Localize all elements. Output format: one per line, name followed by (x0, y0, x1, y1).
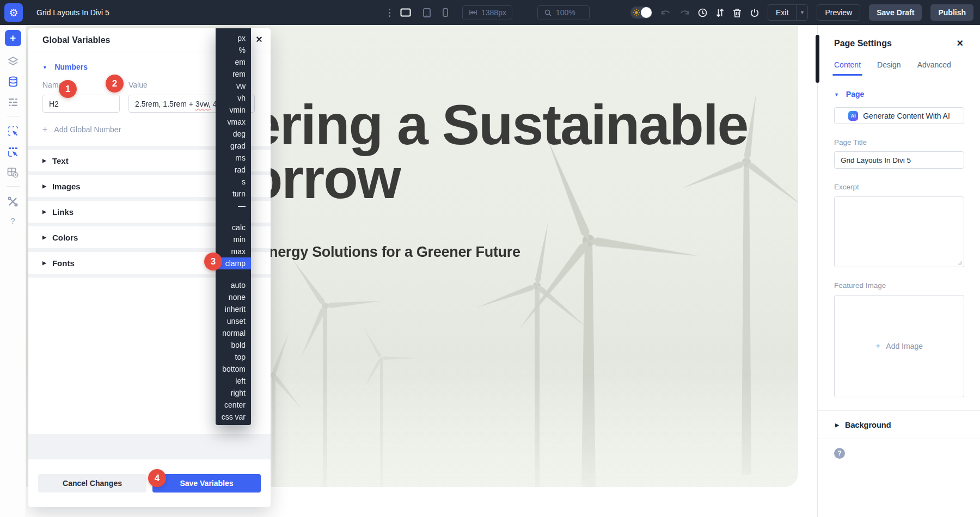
cancel-changes-button[interactable]: Cancel Changes (38, 474, 146, 493)
function-option[interactable]: max (216, 245, 251, 257)
help-icon[interactable]: ? (834, 448, 845, 459)
unit-option[interactable]: em (216, 56, 251, 68)
settings-tab[interactable]: Advanced (917, 60, 951, 76)
annotation-badge-4: 4 (148, 469, 166, 487)
keyword-option[interactable]: bottom (216, 363, 251, 375)
unit-option[interactable]: grad (216, 140, 251, 152)
keyword-option[interactable]: auto (216, 279, 251, 291)
help-icon[interactable]: ? (10, 216, 15, 225)
chevron-right-icon: ▶ (42, 209, 46, 214)
unit-option[interactable]: — (216, 200, 251, 212)
sidebar-divider (7, 186, 20, 187)
excerpt-textarea[interactable] (834, 196, 964, 267)
exit-button[interactable]: Exit (768, 4, 796, 21)
variable-name-input[interactable]: H2 (42, 95, 120, 113)
page-settings-title: Page Settings (834, 39, 892, 48)
zoom-icon (544, 9, 552, 16)
undo-icon[interactable] (661, 9, 671, 16)
unit-option[interactable]: px (216, 32, 251, 44)
interface-mode-toggle[interactable] (630, 7, 652, 19)
sidebar-divider (7, 116, 20, 116)
keyword-option[interactable]: inherit (216, 303, 251, 315)
page-section-toggle[interactable]: ▼ Page (818, 76, 980, 99)
sun-icon (633, 9, 640, 16)
resize-grip-icon[interactable] (958, 261, 961, 264)
generate-content-ai-button[interactable]: AI Generate Content With AI (834, 107, 964, 124)
preview-button[interactable]: Preview (817, 4, 860, 21)
tools-icon[interactable] (6, 195, 20, 207)
save-variables-button[interactable]: Save Variables (152, 474, 261, 493)
unit-option[interactable]: vw (216, 80, 251, 92)
tablet-view-icon[interactable] (423, 8, 431, 17)
keyword-option[interactable]: none (216, 291, 251, 303)
gear-icon: ⚙ (9, 7, 18, 19)
power-icon[interactable] (750, 8, 759, 17)
save-draft-button[interactable]: Save Draft (869, 4, 922, 21)
layers-icon[interactable] (6, 55, 20, 67)
panel-scrollbar-thumb[interactable] (816, 35, 819, 83)
plus-icon: + (10, 32, 16, 44)
more-options-icon[interactable] (389, 9, 390, 17)
keyword-option[interactable]: center (216, 399, 251, 411)
add-module-button[interactable]: + (5, 30, 21, 46)
zoom-level-input[interactable]: 100% (537, 5, 590, 20)
function-option[interactable]: min (216, 233, 251, 245)
annotation-badge-3: 3 (204, 253, 222, 270)
top-toolbar: ⚙ Grid Layouts In Divi 5 1388px (0, 0, 980, 25)
page-settings-panel: Page Settings ✕ ContentDesignAdvanced ▼ … (817, 25, 980, 517)
keyword-option[interactable]: unset (216, 315, 251, 327)
plus-icon: + (42, 125, 47, 134)
annotation-badge-1: 1 (59, 80, 77, 98)
desktop-view-icon[interactable] (400, 8, 411, 17)
redo-icon[interactable] (679, 9, 689, 16)
unit-option[interactable]: vh (216, 92, 251, 104)
ai-icon: AI (848, 111, 858, 121)
publish-button[interactable]: Publish (930, 4, 973, 21)
close-icon[interactable]: ✕ (957, 38, 964, 48)
canvas-width-input[interactable]: 1388px (462, 5, 512, 20)
unit-option[interactable]: rem (216, 68, 251, 80)
featured-image-dropzone[interactable]: + Add Image (834, 295, 964, 397)
unit-option[interactable]: vmin (216, 104, 251, 116)
keyword-option[interactable]: css var (216, 411, 251, 423)
exit-dropdown-caret[interactable]: ▼ (796, 4, 808, 21)
settings-tab[interactable]: Content (834, 60, 861, 76)
background-section-toggle[interactable]: ▶ Background (818, 410, 980, 439)
keyword-option[interactable]: left (216, 375, 251, 387)
unit-option[interactable]: rad (216, 164, 251, 176)
sort-layers-icon[interactable] (716, 8, 724, 17)
divi-logo[interactable]: ⚙ (4, 3, 23, 22)
excerpt-label: Excerpt (818, 169, 980, 191)
keyword-option[interactable]: bold (216, 339, 251, 351)
unit-option[interactable]: deg (216, 128, 251, 140)
value-column-label: Value (128, 81, 148, 89)
unit-option[interactable]: ms (216, 152, 251, 164)
history-icon[interactable] (698, 8, 707, 17)
select-module-icon[interactable] (6, 125, 20, 137)
global-variables-icon[interactable] (6, 76, 20, 88)
unit-option[interactable]: turn (216, 188, 251, 200)
function-option[interactable]: calc (216, 221, 251, 233)
keyword-option[interactable]: top (216, 351, 251, 363)
chevron-down-icon: ▼ (834, 92, 839, 97)
layout-history-icon[interactable] (6, 167, 20, 179)
unit-option[interactable]: s (216, 176, 251, 188)
settings-tab[interactable]: Design (877, 60, 901, 76)
builder-sidebar: + (0, 25, 26, 517)
page-title-input[interactable]: Grid Layouts In Divi 5 (834, 151, 964, 169)
chevron-right-icon: ▶ (42, 158, 46, 163)
close-icon[interactable]: ✕ (253, 33, 265, 45)
rows-layout-icon[interactable] (6, 96, 20, 108)
unit-option[interactable]: % (216, 44, 251, 56)
keyword-option[interactable]: normal (216, 327, 251, 339)
phone-view-icon[interactable] (443, 8, 448, 17)
select-all-modules-icon[interactable] (6, 146, 20, 158)
chevron-down-icon: ▼ (42, 65, 47, 70)
width-icon (469, 10, 477, 15)
plus-icon: + (875, 341, 880, 351)
chevron-right-icon: ▶ (835, 422, 839, 428)
trash-icon[interactable] (733, 8, 742, 17)
unit-option[interactable]: vmax (216, 116, 251, 128)
keyword-option[interactable]: right (216, 387, 251, 399)
chevron-right-icon: ▶ (42, 183, 46, 189)
